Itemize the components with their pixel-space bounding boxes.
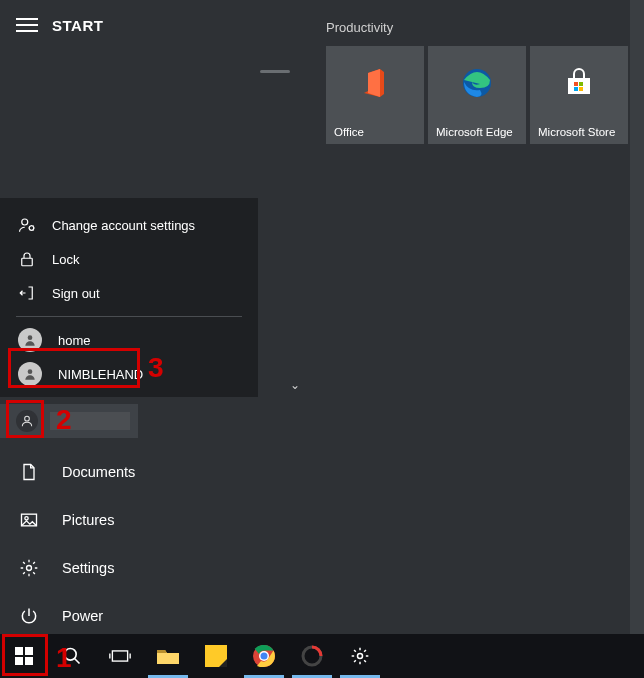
gear-icon <box>350 646 370 666</box>
lock[interactable]: Lock <box>0 242 258 276</box>
menu-label: Sign out <box>52 286 100 301</box>
rail-label: Pictures <box>62 512 114 528</box>
rail-documents[interactable]: Documents <box>0 448 258 496</box>
store-icon <box>562 66 596 100</box>
taskbar <box>0 634 644 678</box>
taskbar-sticky-notes[interactable] <box>192 634 240 678</box>
svg-rect-2 <box>574 82 578 86</box>
tile-edge[interactable]: Microsoft Edge <box>428 46 526 144</box>
change-account-settings[interactable]: Change account settings <box>0 208 258 242</box>
account-popup: Change account settings Lock Sign out ho… <box>0 198 258 397</box>
avatar-icon <box>18 362 42 386</box>
resize-handle[interactable] <box>260 70 290 73</box>
rail-label: Power <box>62 608 103 624</box>
document-icon <box>18 462 40 482</box>
divider <box>16 316 242 317</box>
start-header: START <box>0 0 644 50</box>
start-menu: START Productivity Office Microsoft Edge… <box>0 0 644 634</box>
tile-label: Microsoft Store <box>538 126 620 138</box>
ring-icon <box>301 645 323 667</box>
tile-group-heading[interactable]: Productivity <box>326 20 393 35</box>
avatar-icon <box>18 328 42 352</box>
svg-point-14 <box>27 566 32 571</box>
svg-rect-20 <box>112 651 127 661</box>
svg-rect-15 <box>15 647 23 655</box>
svg-point-26 <box>358 654 363 659</box>
svg-rect-16 <box>25 647 33 655</box>
tile-label: Microsoft Edge <box>436 126 518 138</box>
windows-icon <box>15 647 33 665</box>
menu-label: Lock <box>52 252 79 267</box>
note-icon <box>205 645 227 667</box>
user-nimblehand[interactable]: NIMBLEHAND <box>0 357 258 391</box>
rail-pictures[interactable]: Pictures <box>0 496 258 544</box>
svg-rect-17 <box>15 657 23 665</box>
rail-settings[interactable]: Settings <box>0 544 258 592</box>
tile-store[interactable]: Microsoft Store <box>530 46 628 144</box>
start-title: START <box>52 17 103 34</box>
sign-out[interactable]: Sign out <box>0 276 258 310</box>
task-view-button[interactable] <box>96 634 144 678</box>
svg-rect-8 <box>22 258 33 266</box>
taskbar-settings[interactable] <box>336 634 384 678</box>
svg-rect-18 <box>25 657 33 665</box>
user-icon <box>16 410 38 432</box>
svg-point-9 <box>28 335 33 340</box>
edge-icon <box>460 66 494 100</box>
svg-rect-5 <box>579 87 583 91</box>
menu-label: Change account settings <box>52 218 195 233</box>
search-button[interactable] <box>48 634 96 678</box>
svg-rect-3 <box>579 82 583 86</box>
tile-label: Office <box>334 126 416 138</box>
taskbar-chrome[interactable] <box>240 634 288 678</box>
chevron-down-icon[interactable]: ⌄ <box>290 378 300 392</box>
lock-icon <box>18 250 36 268</box>
svg-point-24 <box>261 653 268 660</box>
rail-power[interactable]: Power <box>0 592 258 640</box>
gear-icon <box>18 558 40 578</box>
username-redacted <box>50 412 130 430</box>
rail-label: Documents <box>62 464 135 480</box>
folder-icon <box>156 646 180 666</box>
user-home[interactable]: home <box>0 323 258 357</box>
desktop-sliver <box>630 0 644 634</box>
svg-point-11 <box>25 416 30 421</box>
svg-rect-4 <box>574 87 578 91</box>
search-icon <box>62 646 82 666</box>
svg-point-13 <box>25 517 28 520</box>
pictures-icon <box>18 510 40 530</box>
tile-office[interactable]: Office <box>326 46 424 144</box>
start-button[interactable] <box>0 634 48 678</box>
rail: Documents Pictures Settings Power <box>0 448 258 640</box>
user-label: NIMBLEHAND <box>58 367 143 382</box>
rail-user-button[interactable] <box>0 404 138 438</box>
office-icon <box>358 66 392 100</box>
user-label: home <box>58 333 91 348</box>
power-icon <box>18 606 40 626</box>
svg-point-6 <box>22 219 28 225</box>
svg-point-19 <box>65 649 77 661</box>
chrome-icon <box>253 645 275 667</box>
taskbar-explorer[interactable] <box>144 634 192 678</box>
hamburger-icon[interactable] <box>16 14 38 36</box>
taskbar-app[interactable] <box>288 634 336 678</box>
signout-icon <box>18 284 36 302</box>
task-view-icon <box>109 647 131 665</box>
tile-group: Office Microsoft Edge Microsoft Store <box>326 46 628 144</box>
rail-label: Settings <box>62 560 114 576</box>
user-settings-icon <box>18 216 36 234</box>
svg-point-10 <box>28 369 33 374</box>
